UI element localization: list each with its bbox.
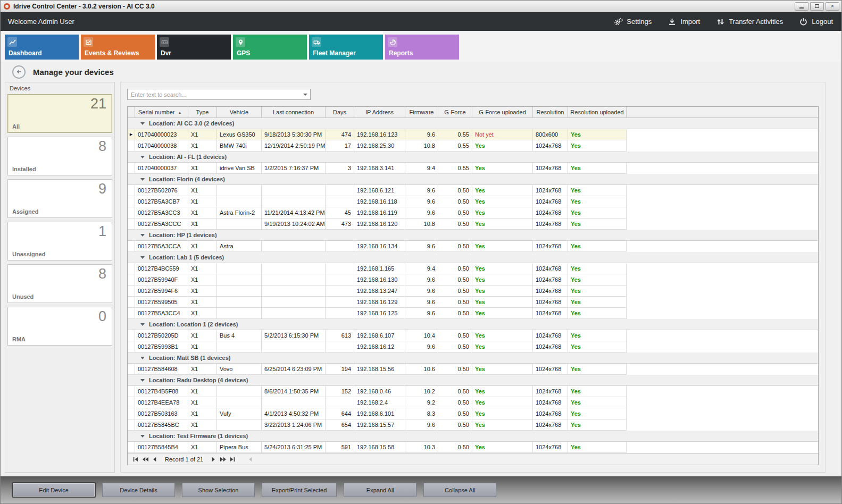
cell-firmware[interactable]: 10.6: [405, 364, 438, 375]
cell-resolution[interactable]: 1024x768: [533, 364, 568, 375]
cell-firmware[interactable]: 10.4: [405, 330, 438, 341]
edit-device-button[interactable]: Edit Device: [12, 483, 95, 497]
topbar-action-settings[interactable]: Settings: [614, 18, 652, 26]
cell-vehicle[interactable]: [217, 274, 262, 285]
cell-vehicle[interactable]: [217, 219, 262, 230]
column-header-serial-number[interactable]: Serial number▲: [135, 107, 188, 118]
group-collapse-icon[interactable]: [140, 357, 145, 359]
cell-resolution[interactable]: 1024x768: [533, 140, 568, 152]
cell-days[interactable]: [326, 341, 354, 352]
cell-ip-address[interactable]: 192.168.16.119: [354, 207, 405, 219]
column-header-firmware[interactable]: Firmware: [405, 107, 438, 118]
column-header-days[interactable]: Days: [326, 107, 354, 118]
cell-days[interactable]: 474: [326, 129, 354, 140]
cell-vehicle[interactable]: Lexus GS350: [217, 129, 262, 140]
cell-serial[interactable]: 00127B5993B1: [135, 341, 188, 352]
cell-vehicle[interactable]: Vufy: [217, 408, 262, 419]
cell-ip-address[interactable]: 192.168.16.129: [354, 297, 405, 308]
cell-serial[interactable]: 00127B502076: [135, 185, 188, 196]
column-header-ip-address[interactable]: IP Address: [354, 107, 405, 118]
cell-resolution-uploaded[interactable]: Yes: [568, 140, 627, 152]
tab-dvr[interactable]: Dvr: [157, 35, 231, 60]
cell-vehicle[interactable]: [217, 308, 262, 319]
cell-vehicle[interactable]: Pipera Bus: [217, 442, 262, 453]
cell-g-force[interactable]: 0.55: [438, 140, 472, 152]
filter-card-unused[interactable]: 8Unused: [7, 264, 112, 303]
cell-firmware[interactable]: 9.6: [405, 308, 438, 319]
cell-vehicle[interactable]: [217, 297, 262, 308]
cell-type[interactable]: X1: [188, 140, 217, 152]
group-collapse-icon[interactable]: [140, 234, 145, 237]
cell-g-force[interactable]: 0.50: [438, 274, 472, 285]
tab-gps[interactable]: GPS: [233, 35, 307, 60]
cell-days[interactable]: [326, 397, 354, 408]
back-button[interactable]: [12, 65, 26, 79]
column-header-resolution[interactable]: Resolution: [533, 107, 568, 118]
cell-serial[interactable]: 00127B5A3CC3: [135, 207, 188, 219]
cell-resolution[interactable]: 800x600: [533, 129, 568, 140]
cell-last-connection[interactable]: 3/22/2013 1:24:06 PM: [262, 419, 326, 431]
cell-last-connection[interactable]: [262, 185, 326, 196]
cell-firmware[interactable]: 9.2: [405, 397, 438, 408]
cell-g-force-uploaded[interactable]: Not yet: [472, 129, 533, 140]
cell-days[interactable]: [326, 285, 354, 297]
cell-ip-address[interactable]: 192.168.16.12: [354, 341, 405, 352]
cell-resolution-uploaded[interactable]: Yes: [568, 308, 627, 319]
group-collapse-icon[interactable]: [140, 122, 145, 125]
cell-serial[interactable]: 017040000038: [135, 140, 188, 152]
cell-g-force-uploaded[interactable]: Yes: [472, 285, 533, 297]
location-group-row[interactable]: Location: Radu Desktop (4 devices): [128, 375, 818, 386]
cell-resolution[interactable]: 1024x768: [533, 308, 568, 319]
cell-resolution[interactable]: 1024x768: [533, 408, 568, 419]
cell-resolution[interactable]: 1024x768: [533, 196, 568, 207]
cell-resolution[interactable]: 1024x768: [533, 341, 568, 352]
cell-resolution-uploaded[interactable]: Yes: [568, 285, 627, 297]
cell-serial[interactable]: 00127B599505: [135, 297, 188, 308]
cell-resolution-uploaded[interactable]: Yes: [568, 419, 627, 431]
cell-resolution[interactable]: 1024x768: [533, 285, 568, 297]
cell-vehicle[interactable]: [217, 285, 262, 297]
cell-last-connection[interactable]: [262, 274, 326, 285]
cell-firmware[interactable]: 9.6: [405, 196, 438, 207]
cell-days[interactable]: 654: [326, 419, 354, 431]
cell-g-force[interactable]: 0.50: [438, 419, 472, 431]
cell-type[interactable]: X1: [188, 297, 217, 308]
cell-g-force-uploaded[interactable]: Yes: [472, 274, 533, 285]
cell-resolution-uploaded[interactable]: Yes: [568, 330, 627, 341]
minimize-button[interactable]: [795, 2, 808, 11]
cell-ip-address[interactable]: 192.168.6.121: [354, 185, 405, 196]
cell-serial[interactable]: 00127B5A3CB7: [135, 196, 188, 207]
search-input[interactable]: [128, 91, 301, 98]
cell-last-connection[interactable]: [262, 308, 326, 319]
cell-type[interactable]: X1: [188, 185, 217, 196]
cell-firmware[interactable]: 9.6: [405, 285, 438, 297]
location-group-row[interactable]: Location: AI - FL (1 devices): [128, 152, 818, 163]
cell-g-force-uploaded[interactable]: Yes: [472, 397, 533, 408]
cell-g-force[interactable]: 0.50: [438, 219, 472, 230]
cell-vehicle[interactable]: BMW 740i: [217, 140, 262, 152]
cell-days[interactable]: [326, 297, 354, 308]
maximize-button[interactable]: [810, 2, 824, 11]
cell-type[interactable]: X1: [188, 274, 217, 285]
group-collapse-icon[interactable]: [140, 178, 145, 181]
cell-ip-address[interactable]: 192.168.3.141: [354, 163, 405, 174]
cell-days[interactable]: 613: [326, 330, 354, 341]
first-record-button[interactable]: [131, 453, 140, 465]
cell-days[interactable]: [326, 263, 354, 274]
cell-days[interactable]: [326, 185, 354, 196]
prev-page-button[interactable]: [140, 453, 150, 465]
cell-firmware[interactable]: 10.2: [405, 386, 438, 397]
location-group-row[interactable]: Location: AI CC 3.0 (2 devices): [128, 118, 818, 129]
cell-g-force[interactable]: 0.50: [438, 386, 472, 397]
device-details-button[interactable]: Device Details: [102, 483, 175, 497]
cell-serial[interactable]: 00127B4B5F88: [135, 386, 188, 397]
cell-vehicle[interactable]: [217, 397, 262, 408]
cell-ip-address[interactable]: 192.168.6.101: [354, 408, 405, 419]
cell-ip-address[interactable]: 192.168.1.165: [354, 263, 405, 274]
cell-resolution-uploaded[interactable]: Yes: [568, 219, 627, 230]
cell-firmware[interactable]: 9.6: [405, 297, 438, 308]
cell-last-connection[interactable]: 5/24/2013 6:31:25 PM: [262, 442, 326, 453]
cell-last-connection[interactable]: [262, 397, 326, 408]
cell-resolution-uploaded[interactable]: Yes: [568, 196, 627, 207]
cell-last-connection[interactable]: 1/2/2015 7:16:37 PM: [262, 163, 326, 174]
